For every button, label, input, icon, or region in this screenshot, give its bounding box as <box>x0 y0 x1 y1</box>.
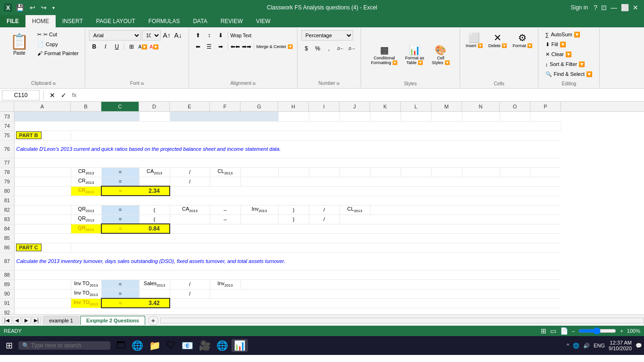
align-middle-button[interactable]: ↕ <box>204 30 215 41</box>
cell-qr83[interactable]: QR2013 <box>71 214 101 224</box>
taskbar-edge-icon[interactable]: 🌐 <box>129 339 146 352</box>
cell[interactable] <box>14 112 139 121</box>
cell-ca82[interactable]: CA2013 <box>170 205 210 214</box>
undo-button[interactable]: ↩ <box>28 3 37 12</box>
cell[interactable] <box>339 167 370 177</box>
cell[interactable]: PART C <box>14 243 71 252</box>
currency-button[interactable]: $ <box>301 43 312 54</box>
normal-view-button[interactable]: ⊞ <box>541 327 546 335</box>
format-painter-button[interactable]: 🖌 Format Painter <box>35 49 81 58</box>
cell-cr80[interactable]: CR2013 <box>71 186 101 196</box>
tab-data[interactable]: DATA <box>186 15 214 27</box>
row-header[interactable]: 89 <box>0 280 14 289</box>
cell-ca78[interactable]: CA2013 <box>139 167 170 177</box>
help-button[interactable]: ? <box>592 3 599 12</box>
copy-button[interactable]: 📄 Copy <box>35 40 81 49</box>
cell-div78[interactable]: / <box>170 167 210 177</box>
cell-styles-button[interactable]: 🎨 CellStyles 🔽 <box>429 42 453 67</box>
col-header-c[interactable]: C <box>101 102 139 111</box>
row-header[interactable]: 77 <box>0 158 14 167</box>
align-left-button[interactable]: ⬅ <box>193 41 203 52</box>
cell[interactable] <box>170 298 561 308</box>
cell[interactable] <box>370 205 561 214</box>
close-button[interactable]: ✕ <box>631 3 640 12</box>
sign-in-link[interactable]: Sign in <box>571 4 588 11</box>
cell-div90[interactable]: / <box>170 289 210 298</box>
row-header[interactable]: 73 <box>0 112 14 121</box>
cell[interactable] <box>14 121 561 131</box>
cell[interactable] <box>139 177 170 186</box>
italic-button[interactable]: I <box>100 41 111 52</box>
taskbar-task-view-icon[interactable]: 🗔 <box>114 339 128 352</box>
cell[interactable] <box>530 167 561 177</box>
sheet-tab-example2[interactable]: Exqmple 2 Questions <box>80 316 145 325</box>
row-header[interactable]: 92 <box>0 308 14 314</box>
cell[interactable] <box>370 167 401 177</box>
row-header[interactable]: 83 <box>0 214 14 224</box>
cell-eq80[interactable]: = <box>101 186 139 196</box>
cell-qr84[interactable]: QR2013 <box>71 224 101 233</box>
merge-center-button[interactable]: Merge & Center 🔽 <box>256 41 293 52</box>
fill-color-button[interactable]: A🔽 <box>138 41 148 52</box>
fill-button[interactable]: ⬇ Fill 🔽 <box>543 40 595 49</box>
cell-eq91[interactable]: = <box>101 298 139 308</box>
row-header[interactable]: 88 <box>0 270 14 280</box>
row-header[interactable]: 80 <box>0 186 14 196</box>
decrease-font-button[interactable]: A↓ <box>173 30 183 41</box>
zoom-slider[interactable] <box>578 327 616 335</box>
cell-div89[interactable]: / <box>170 280 210 289</box>
taskbar-notifications[interactable]: 💬 <box>636 343 642 349</box>
enter-formula-button[interactable]: ✓ <box>59 90 68 100</box>
col-header-n[interactable]: N <box>462 102 500 111</box>
cell-text-87[interactable]: Calculate the 2013 inventory turnover, d… <box>14 252 561 270</box>
cell-val80[interactable]: 2.34 <box>139 186 170 196</box>
row-header[interactable]: 85 <box>0 233 14 243</box>
cancel-formula-button[interactable]: ✕ <box>48 90 57 100</box>
col-header-f[interactable]: F <box>210 102 240 111</box>
col-header-k[interactable]: K <box>370 102 401 111</box>
tab-view[interactable]: VIEW <box>249 15 277 27</box>
decrease-indent-button[interactable]: ⬅⬅ <box>230 41 240 52</box>
zoom-plus[interactable]: + <box>620 328 623 334</box>
format-button[interactable]: ⚙ Format 🔽 <box>511 30 534 50</box>
sheet-tab-example1[interactable]: example 1 <box>43 316 79 325</box>
cell[interactable] <box>431 112 462 121</box>
cell[interactable] <box>339 214 561 224</box>
cell-inv89[interactable]: Inv2013 <box>210 280 240 289</box>
cell[interactable] <box>14 280 71 289</box>
col-header-i[interactable]: I <box>309 102 339 111</box>
cell[interactable] <box>210 177 240 186</box>
col-header-a[interactable]: A <box>14 102 71 111</box>
row-header[interactable]: 75 <box>0 131 14 140</box>
sheet-nav-next[interactable]: ▶ <box>22 317 31 324</box>
col-header-h[interactable]: H <box>278 102 309 111</box>
cell[interactable] <box>339 112 370 121</box>
col-header-o[interactable]: O <box>500 102 530 111</box>
cell[interactable] <box>240 167 278 177</box>
page-break-view-button[interactable]: 📄 <box>560 327 568 335</box>
taskbar-chrome-icon[interactable]: 🌐 <box>214 339 231 352</box>
col-header-e[interactable]: E <box>170 102 210 111</box>
cell[interactable] <box>210 289 561 298</box>
align-center-button[interactable]: ☰ <box>204 41 215 52</box>
cell[interactable] <box>278 167 309 177</box>
align-bottom-button[interactable]: ⬇ <box>215 30 226 41</box>
row-header[interactable]: 79 <box>0 177 14 186</box>
taskbar-search-input[interactable] <box>31 342 107 349</box>
col-header-p[interactable]: P <box>530 102 561 111</box>
cut-button[interactable]: ✂ ✂ Cut <box>35 30 81 39</box>
cell-text-76[interactable]: Calculate D'Leon's 2013 current and quic… <box>14 140 561 158</box>
underline-button[interactable]: U <box>112 41 122 52</box>
page-layout-view-button[interactable]: ▭ <box>550 327 556 335</box>
taskbar-excel-icon[interactable]: 📊 <box>231 339 248 352</box>
increase-indent-button[interactable]: ➡➡ <box>241 41 252 52</box>
cell[interactable] <box>170 224 561 233</box>
cell[interactable]: PART B <box>14 131 71 140</box>
cell[interactable] <box>14 233 561 243</box>
cell[interactable] <box>170 214 210 224</box>
sheet-nav-first[interactable]: |◀ <box>2 317 12 324</box>
cell-minus82[interactable]: – <box>210 205 240 214</box>
start-button[interactable]: ⊞ <box>2 338 17 353</box>
increase-font-button[interactable]: A↑ <box>162 30 172 41</box>
cell-invto91[interactable]: Inv TO2013 <box>71 298 101 308</box>
